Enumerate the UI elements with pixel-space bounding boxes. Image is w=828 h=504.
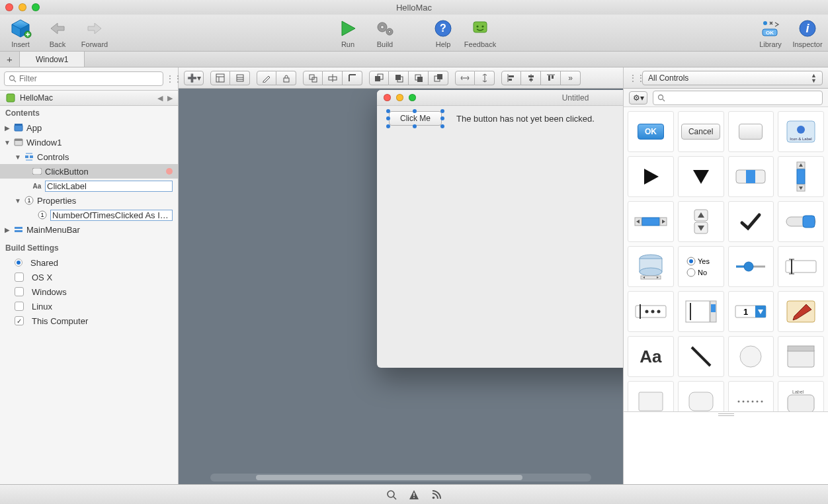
ctrl-checkbox[interactable]	[728, 201, 774, 242]
library-category-select[interactable]: All Controls ▲▼	[642, 71, 823, 85]
add-control-button[interactable]: ➕▾	[184, 71, 204, 85]
back-button[interactable]: Back	[41, 18, 74, 48]
view-mode-layout[interactable]	[210, 71, 230, 85]
tree-item-mainmenubar[interactable]: ▶MainMenuBar	[0, 222, 178, 237]
ctrl-cancel-button[interactable]: Cancel	[678, 111, 724, 152]
ctrl-textarea[interactable]	[678, 291, 724, 332]
history-arrows-icon[interactable]: ◀ ▶	[157, 94, 174, 103]
ctrl-colorpicker[interactable]	[778, 291, 824, 332]
ctrl-slider[interactable]	[728, 246, 774, 287]
ctrl-line[interactable]	[678, 336, 724, 377]
order-back-button[interactable]	[429, 71, 448, 85]
selection-handle-icon[interactable]	[386, 124, 390, 128]
selection-handle-icon[interactable]	[386, 109, 390, 113]
selection-handle-icon[interactable]	[413, 124, 417, 128]
library-button[interactable]: OK Library	[754, 18, 787, 48]
align-left-button[interactable]	[501, 71, 521, 85]
ctrl-stepper[interactable]	[678, 201, 724, 242]
group2-button[interactable]	[323, 71, 343, 85]
tab-window1[interactable]: Window1	[20, 52, 85, 67]
run-button[interactable]: Run	[331, 18, 364, 48]
build-this-computer[interactable]: ✓This Computer	[0, 314, 178, 328]
design-window-body[interactable]: Click Me The button has not yet been cli…	[377, 106, 623, 368]
selection-handle-icon[interactable]	[440, 124, 444, 128]
status-search-icon[interactable]	[386, 489, 397, 500]
tree-item-clickbutton[interactable]: ClickButton	[0, 164, 178, 179]
tree-item-window1[interactable]: ▼Window1	[0, 135, 178, 149]
selection-handle-icon[interactable]	[413, 109, 417, 113]
insert-button[interactable]: Insert	[4, 18, 37, 48]
tree-item-app[interactable]: ▶App	[0, 120, 178, 135]
ctrl-separator[interactable]	[728, 381, 774, 411]
order-backward-button[interactable]	[409, 71, 429, 85]
horizontal-scrollbar[interactable]	[210, 474, 591, 482]
click-me-button[interactable]: Click Me	[389, 111, 442, 126]
selection-handle-icon[interactable]	[440, 109, 444, 113]
ctrl-combobox[interactable]: 1	[728, 291, 774, 332]
overflow-button[interactable]: »	[561, 71, 581, 85]
forward-button[interactable]: Forward	[78, 18, 111, 48]
selection-handle-icon[interactable]	[440, 116, 444, 120]
scroll-thumb[interactable]	[256, 475, 522, 480]
ctrl-scrollbar[interactable]	[778, 156, 824, 197]
group3-button[interactable]	[343, 71, 362, 85]
order-forward-button[interactable]	[389, 71, 409, 85]
group1-button[interactable]	[303, 71, 323, 85]
panel-drag-icon[interactable]: ⋮⋮	[166, 74, 174, 83]
design-window[interactable]: Untitled Click Me The button has not yet…	[377, 90, 623, 368]
ctrl-placard[interactable]: Label	[778, 381, 824, 411]
fill-height-button[interactable]	[475, 71, 495, 85]
tree-item-clicklabel[interactable]: AaClickLabel	[0, 179, 178, 193]
ctrl-label[interactable]: Aa	[628, 336, 674, 377]
inspector-button[interactable]: i Inspector	[791, 18, 824, 48]
status-warning-icon[interactable]	[409, 489, 419, 500]
ctrl-hscrollbar[interactable]	[628, 201, 674, 242]
ctrl-segmented[interactable]	[728, 156, 774, 197]
panel-drag-icon[interactable]: ⋮⋮	[629, 73, 637, 83]
project-header[interactable]: HelloMac ◀ ▶	[0, 90, 178, 106]
ctrl-password[interactable]	[628, 291, 674, 332]
build-windows[interactable]: Windows	[0, 284, 178, 299]
fill-width-button[interactable]	[455, 71, 475, 85]
tree-item-prop1[interactable]: 1NumberOfTimesClicked As In...	[0, 208, 178, 222]
edit-button[interactable]	[257, 71, 276, 85]
feedback-button[interactable]: Feedback	[464, 18, 497, 48]
ctrl-roundrect[interactable]	[678, 381, 724, 411]
ctrl-oval[interactable]	[728, 336, 774, 377]
selection-handle-icon[interactable]	[386, 116, 390, 120]
status-rss-icon[interactable]	[431, 489, 442, 500]
ctrl-radio-group[interactable]: YesNo	[678, 246, 724, 287]
library-search-input[interactable]	[653, 91, 823, 105]
align-top-button[interactable]	[541, 71, 561, 85]
ctrl-default-button[interactable]: OK	[628, 111, 674, 152]
filter-field[interactable]	[19, 74, 159, 83]
click-label-text[interactable]: The button has not yet been clicked.	[456, 114, 595, 124]
order-front-button[interactable]	[369, 71, 389, 85]
tree-label-editing[interactable]: ClickLabel	[45, 181, 173, 192]
ctrl-rectangle[interactable]	[628, 381, 674, 411]
resize-grip-icon[interactable]	[718, 413, 734, 416]
tree-item-controls[interactable]: ▼Controls	[0, 149, 178, 164]
help-button[interactable]: ? Help	[427, 18, 460, 48]
ctrl-listbox[interactable]	[628, 246, 674, 287]
ctrl-bevel-button[interactable]: Icon & Label	[778, 111, 824, 152]
tree-label-editing[interactable]: NumberOfTimesClicked As In...	[50, 210, 173, 221]
tree-item-properties[interactable]: ▼1Properties	[0, 193, 178, 208]
build-shared[interactable]: Shared	[0, 255, 178, 270]
ctrl-switch[interactable]	[778, 201, 824, 242]
ctrl-textfield[interactable]	[778, 246, 824, 287]
lock-button[interactable]	[276, 71, 296, 85]
ctrl-generic-button[interactable]	[728, 111, 774, 152]
ctrl-disclosure-right[interactable]	[628, 156, 674, 197]
canvas[interactable]: Untitled Click Me The button has not yet…	[179, 89, 623, 484]
library-options-button[interactable]: ⚙▾	[629, 91, 647, 105]
build-osx[interactable]: OS X	[0, 270, 178, 284]
build-button[interactable]: Build	[368, 18, 401, 48]
ctrl-disclosure-down[interactable]	[678, 156, 724, 197]
ctrl-groupbox[interactable]	[778, 336, 824, 377]
navigator-filter-input[interactable]	[4, 71, 163, 86]
build-linux[interactable]: Linux	[0, 299, 178, 314]
library-search-field[interactable]	[668, 93, 818, 103]
align-center-button[interactable]	[521, 71, 541, 85]
view-mode-list[interactable]	[230, 71, 250, 85]
